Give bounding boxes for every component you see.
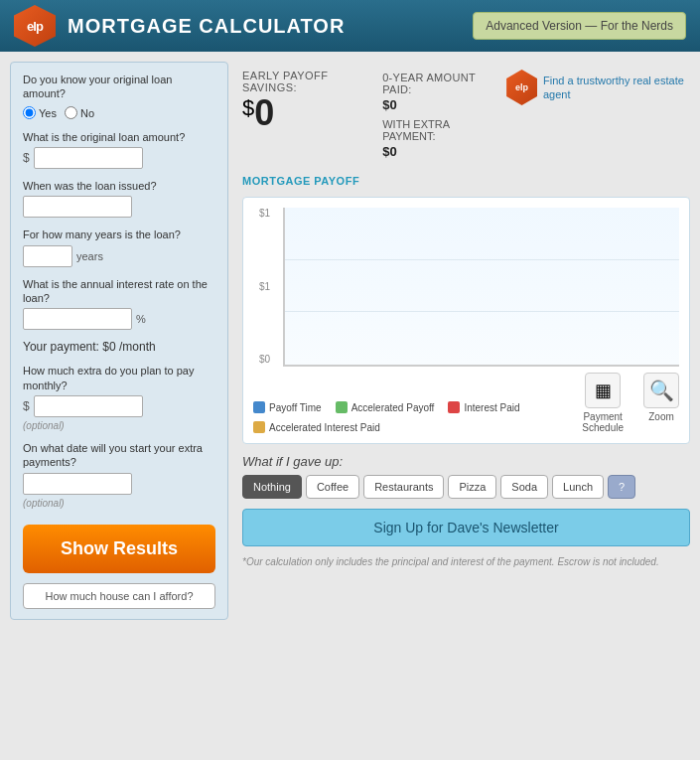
find-agent-block[interactable]: elp Find a trustworthy real estate agent <box>506 70 690 105</box>
zoom-icon: 🔍 <box>643 373 679 408</box>
whatif-tab-soda[interactable]: Soda <box>500 475 548 499</box>
payment-schedule-icon: ▦ <box>585 373 621 408</box>
legend-payoff-time: Payoff Time <box>253 401 322 413</box>
q6-prefix: $ <box>23 399 30 413</box>
q5-input-group: % <box>23 308 215 330</box>
left-panel: Do you know your original loan amount? Y… <box>10 62 228 620</box>
chart-bar-area <box>285 208 679 365</box>
loan-amount-input[interactable] <box>34 147 143 169</box>
q6-optional: (optional) <box>23 420 215 431</box>
legend-box-acc-payoff <box>336 401 348 413</box>
q4-row: For how many years is the loan? years <box>23 228 215 266</box>
elp-logo: elp <box>14 5 56 47</box>
whatif-tab-pizza[interactable]: Pizza <box>448 475 496 499</box>
extra-payment-input[interactable] <box>34 395 143 417</box>
chart-grid-line-1 <box>285 259 679 260</box>
q1-label: Do you know your original loan amount? <box>23 73 215 101</box>
q6-label: How much extra do you plan to pay monthl… <box>23 364 215 392</box>
savings-amount: 0 <box>254 92 274 133</box>
legend-accelerated-payoff: Accelerated Payoff <box>336 401 435 413</box>
chart-grid-line-2 <box>285 311 679 312</box>
whatif-tabs: Nothing Coffee Restaurants Pizza Soda Lu… <box>242 475 690 499</box>
disclaimer: *Our calculation only includes the princ… <box>242 556 690 567</box>
q1-radio-group: Yes No <box>23 106 215 120</box>
loan-years-input[interactable] <box>23 245 72 267</box>
year-amount-label: 0-YEAR AMOUNT PAID: <box>382 72 490 95</box>
zoom-button[interactable]: 🔍 Zoom <box>643 373 679 433</box>
q4-suffix: years <box>76 250 103 262</box>
whatif-tab-custom[interactable]: ? <box>608 475 635 499</box>
advanced-version-button[interactable]: Advanced Version — For the Nerds <box>473 12 686 40</box>
savings-currency: $ <box>242 95 254 120</box>
legend-box-payoff <box>253 401 265 413</box>
whatif-section: What if I gave up: Nothing Coffee Restau… <box>242 454 690 499</box>
legend-box-interest <box>448 401 460 413</box>
page-title: MORTGAGE CALCULATOR <box>68 15 345 38</box>
find-agent-link[interactable]: Find a trustworthy real estate agent <box>543 74 690 102</box>
chart-y-mid: $1 <box>259 281 270 292</box>
header: elp MORTGAGE CALCULATOR Advanced Version… <box>0 0 700 52</box>
header-left: elp MORTGAGE CALCULATOR <box>14 5 345 47</box>
whatif-tab-coffee[interactable]: Coffee <box>306 475 359 499</box>
no-radio-label[interactable]: No <box>65 106 94 120</box>
yes-radio-label[interactable]: Yes <box>23 106 57 120</box>
zoom-label: Zoom <box>648 411 674 422</box>
q2-label: What is the original loan amount? <box>23 130 215 144</box>
q6-row: How much extra do you plan to pay monthl… <box>23 364 215 431</box>
newsletter-button[interactable]: Sign Up for Dave's Newsletter <box>242 509 690 546</box>
q4-label: For how many years is the loan? <box>23 228 215 241</box>
chart-y-top: $1 <box>259 208 270 219</box>
afford-button[interactable]: How much house can I afford? <box>23 583 215 609</box>
q1-row: Do you know your original loan amount? Y… <box>23 73 215 120</box>
right-panel: EARLY PAYOFF SAVINGS: $0 0-YEAR AMOUNT P… <box>228 62 690 620</box>
chart-y-bot: $0 <box>259 354 270 365</box>
chart-bottom: Payoff Time Accelerated Payoff Interest … <box>253 375 679 433</box>
savings-amount-block: $0 <box>242 95 366 131</box>
savings-section: EARLY PAYOFF SAVINGS: $0 0-YEAR AMOUNT P… <box>242 62 690 165</box>
chart-legend: Payoff Time Accelerated Payoff Interest … <box>253 401 582 433</box>
extra-payment-date-input[interactable] <box>23 473 132 495</box>
legend-acc-interest-paid: Accelerated Interest Paid <box>253 421 380 433</box>
whatif-tab-lunch[interactable]: Lunch <box>552 475 604 499</box>
q7-optional: (optional) <box>23 498 215 509</box>
whatif-label: What if I gave up: <box>242 454 690 469</box>
no-radio[interactable] <box>65 106 77 119</box>
extra-payment-label: WITH EXTRA PAYMENT: <box>382 118 490 142</box>
savings-right: 0-YEAR AMOUNT PAID: $0 WITH EXTRA PAYMEN… <box>382 72 490 159</box>
find-agent-logo: elp <box>506 70 537 105</box>
q2-row: What is the original loan amount? $ <box>23 130 215 169</box>
q6-input-group: $ <box>23 395 215 417</box>
loan-issued-input[interactable] <box>23 196 132 218</box>
whatif-tab-nothing[interactable]: Nothing <box>242 475 302 499</box>
chart-section-label: MORTGAGE PAYOFF <box>242 175 690 187</box>
year-amount-value: $0 <box>382 97 490 112</box>
q5-row: What is the annual interest rate on the … <box>23 277 215 331</box>
legend-box-acc-interest <box>253 421 265 433</box>
q3-label: When was the loan issued? <box>23 179 215 193</box>
whatif-tab-restaurants[interactable]: Restaurants <box>363 475 444 499</box>
main-container: Do you know your original loan amount? Y… <box>0 52 700 630</box>
legend-interest-paid: Interest Paid <box>448 401 519 413</box>
savings-left: EARLY PAYOFF SAVINGS: $0 <box>242 70 366 131</box>
q5-suffix: % <box>136 313 146 325</box>
q5-label: What is the annual interest rate on the … <box>23 277 215 306</box>
payment-amount: $0 /month <box>102 340 155 354</box>
chart-container: $1 $1 $0 Payoff Time Accelerated Payoff <box>242 197 690 444</box>
extra-payment-value: $0 <box>382 144 490 159</box>
chart-actions: ▦ PaymentSchedule 🔍 Zoom <box>582 373 679 433</box>
q4-input-group: years <box>23 245 215 267</box>
payment-display: Your payment: $0 /month <box>23 340 215 354</box>
q7-row: On what date will you start your extra p… <box>23 441 215 509</box>
chart-area: $1 $1 $0 <box>283 208 679 367</box>
show-results-button[interactable]: Show Results <box>23 525 215 573</box>
savings-label: EARLY PAYOFF SAVINGS: <box>242 70 366 93</box>
q2-input-group: $ <box>23 147 215 169</box>
q3-row: When was the loan issued? <box>23 179 215 218</box>
q2-prefix: $ <box>23 151 30 165</box>
interest-rate-input[interactable] <box>23 308 132 330</box>
payment-schedule-button[interactable]: ▦ PaymentSchedule <box>582 373 624 433</box>
yes-radio[interactable] <box>23 106 36 119</box>
q7-label: On what date will you start your extra p… <box>23 441 215 470</box>
payment-schedule-label: PaymentSchedule <box>582 411 624 433</box>
